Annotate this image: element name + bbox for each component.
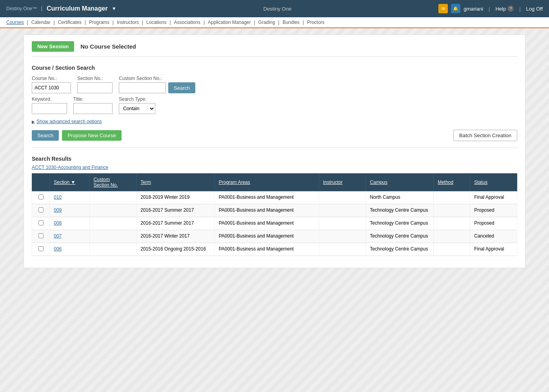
section-link[interactable]: 007 [54, 233, 62, 239]
section-link[interactable]: 008 [54, 220, 62, 226]
custom-section-label: Custom Section No.: [119, 76, 195, 81]
results-course-link[interactable]: ACCT 1030-Accounting and Finance [32, 165, 108, 170]
nav-courses[interactable]: Courses [6, 20, 24, 25]
row-status: Final Approval [470, 243, 517, 256]
row-campus: Technology Centre Campus [366, 217, 434, 230]
section-link[interactable]: 009 [54, 207, 62, 213]
row-checkbox-cell [32, 191, 50, 204]
batch-section-button[interactable]: Batch Section Creation [453, 130, 517, 141]
course-no-input[interactable] [32, 82, 71, 93]
row-program-areas: PA0001-Business and Management [215, 243, 319, 256]
email-icon[interactable]: ✉ [438, 4, 448, 13]
top-bar: New Session No Course Selected [32, 41, 517, 57]
th-status-link[interactable]: Status [474, 180, 487, 185]
help-label: Help [495, 6, 506, 12]
th-status: Status [470, 174, 517, 191]
th-instructor-link[interactable]: Instructor [323, 180, 343, 185]
row-method [434, 230, 470, 243]
keyword-input[interactable] [32, 103, 67, 114]
nav-bundles[interactable]: Bundles [282, 20, 299, 25]
logout-link[interactable]: Log Off [526, 6, 543, 12]
row-checkbox[interactable] [38, 220, 44, 225]
table-header-row: Section ▼ CustomSection No. Term Program… [32, 174, 517, 191]
section-link[interactable]: 006 [54, 246, 62, 252]
row-status: Proposed [470, 204, 517, 217]
row-instructor [319, 217, 366, 230]
row-section: 006 [50, 243, 89, 256]
search-row-2: Keyword: Title: Search Type: Contain Exa… [32, 96, 517, 114]
results-title: Search Results [32, 156, 517, 162]
row-checkbox[interactable] [38, 233, 44, 238]
propose-button[interactable]: Propose New Course [62, 130, 122, 141]
title-label: Title: [73, 96, 113, 102]
th-term-link[interactable]: Term [140, 180, 151, 185]
custom-section-input[interactable] [119, 82, 166, 93]
top-nav: Destiny One™ Curriculum Manager ▼ Destin… [0, 0, 549, 17]
row-program-areas: PA0001-Business and Management [215, 230, 319, 243]
th-program-areas-link[interactable]: Program Areas [219, 180, 250, 185]
row-method [434, 204, 470, 217]
row-custom-section [89, 217, 136, 230]
section-no-input[interactable] [77, 82, 113, 93]
row-term: 2015-2016 Ongoing 2015-2016 [136, 243, 215, 256]
row-checkbox[interactable] [38, 194, 44, 200]
nav-associations[interactable]: Associations [174, 20, 200, 25]
th-section-link[interactable]: Section ▼ [54, 180, 75, 185]
brand-main: Curriculum Manager [47, 5, 108, 12]
nav-certificates[interactable]: Certificates [58, 20, 82, 25]
th-instructor: Instructor [319, 174, 366, 191]
help-icon: ? [507, 5, 514, 12]
row-program-areas: PA0001-Business and Management [215, 191, 319, 204]
th-term: Term [136, 174, 215, 191]
nav-proctors[interactable]: Proctors [307, 20, 325, 25]
row-instructor [319, 191, 366, 204]
row-status: Proposed [470, 217, 517, 230]
row-checkbox-cell [32, 204, 50, 217]
nav-dropdown-arrow[interactable]: ▼ [112, 6, 116, 11]
th-custom-section-link[interactable]: CustomSection No. [94, 177, 118, 188]
search-form: Course No.: Section No.: Custom Section … [32, 76, 517, 114]
search-inline-button[interactable]: Search [168, 82, 195, 93]
th-section: Section ▼ [50, 174, 89, 191]
nav-grading[interactable]: Grading [258, 20, 275, 25]
section-link[interactable]: 010 [54, 194, 62, 200]
search-section-title: Course / Section Search [32, 65, 517, 71]
th-program-areas: Program Areas [215, 174, 319, 191]
advanced-toggle[interactable]: Show advanced search options [32, 119, 517, 124]
section-no-label: Section No.: [77, 76, 113, 81]
nav-instructors[interactable]: Instructors [117, 20, 139, 25]
search-type-group: Search Type: Contain Exact Starts With [119, 96, 155, 114]
custom-section-group: Custom Section No.: Search [119, 76, 195, 93]
secondary-nav: Courses | Calendar | Certificates | Prog… [0, 17, 549, 28]
nav-application-manager[interactable]: Application Manager [208, 20, 251, 25]
row-custom-section [89, 243, 136, 256]
row-section: 008 [50, 217, 89, 230]
row-campus: North Campus [366, 191, 434, 204]
nav-programs[interactable]: Programs [89, 20, 109, 25]
th-campus-link[interactable]: Campus [370, 180, 387, 185]
search-type-label: Search Type: [119, 96, 155, 102]
search-type-select[interactable]: Contain Exact Starts With [119, 103, 155, 114]
search-button[interactable]: Search [32, 130, 59, 141]
nav-locations[interactable]: Locations [146, 20, 166, 25]
new-session-button[interactable]: New Session [32, 41, 74, 52]
row-custom-section [89, 230, 136, 243]
keyword-label: Keyword: [32, 96, 67, 102]
row-status: Canceled [470, 230, 517, 243]
th-method-link[interactable]: Method [438, 180, 453, 185]
row-checkbox[interactable] [38, 207, 44, 212]
row-checkbox-cell [32, 243, 50, 256]
table-row: 0102018-2019 Winter 2019PA0001-Business … [32, 191, 517, 204]
row-instructor [319, 204, 366, 217]
title-input[interactable] [73, 103, 113, 114]
brand-sub: Destiny One™ [6, 6, 42, 11]
row-program-areas: PA0001-Business and Management [215, 217, 319, 230]
notification-icon[interactable]: 🔔 [451, 4, 460, 13]
help-link[interactable]: Help ? [495, 5, 514, 12]
main-content: New Session No Course Selected Course / … [24, 34, 525, 268]
th-campus: Campus [366, 174, 434, 191]
row-checkbox[interactable] [38, 246, 44, 251]
advanced-toggle-label: Show advanced search options [36, 119, 102, 124]
row-instructor [319, 243, 366, 256]
nav-calendar[interactable]: Calendar [31, 20, 51, 25]
